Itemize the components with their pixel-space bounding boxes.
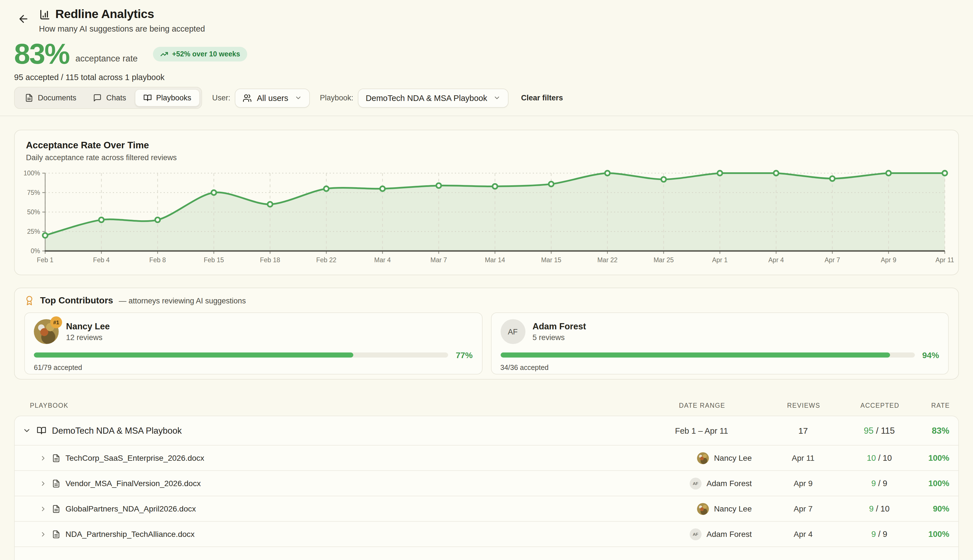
avatar: AF (500, 319, 525, 344)
document-filename: GlobalPartners_NDA_April2026.docx (65, 504, 196, 513)
svg-text:Feb 15: Feb 15 (204, 256, 224, 263)
chart-title: Acceptance Rate Over Time (26, 140, 947, 150)
svg-text:Apr 4: Apr 4 (768, 256, 784, 263)
document-accepted: 10 / 10 (840, 453, 919, 462)
contributor-accepted: 34/36 accepted (500, 364, 939, 372)
chevron-right-icon[interactable] (40, 480, 47, 487)
playbook-table-section: PLAYBOOK DATE RANGE REVIEWS ACCEPTED RAT… (14, 402, 959, 560)
svg-text:0%: 0% (31, 247, 40, 255)
review-date: Apr 11 (766, 453, 840, 462)
top-contributors-card: Top Contributors — attorneys reviewing A… (14, 288, 959, 380)
reviewer-name: Adam Forest (707, 530, 752, 538)
back-button[interactable] (17, 13, 29, 27)
acceptance-progress-bar (34, 352, 448, 358)
svg-text:Mar 25: Mar 25 (654, 256, 674, 263)
reviewer-name: Nancy Lee (714, 453, 752, 462)
playbook-group-row[interactable]: DemoTech NDA & MSA Playbook Feb 1 – Apr … (15, 416, 958, 445)
avatar (697, 452, 709, 464)
acceptance-rate-value: 83% (14, 40, 69, 68)
document-row[interactable]: TechCorp_SaaS_Enterprise_2026.docx Nancy… (15, 445, 958, 470)
clear-filters-button[interactable]: Clear filters (521, 93, 563, 102)
svg-text:Mar 15: Mar 15 (541, 256, 561, 263)
svg-text:50%: 50% (27, 208, 40, 216)
document-accepted: 9 / 9 (840, 479, 919, 488)
review-date: Apr 9 (766, 479, 840, 488)
document-row[interactable]: NDA_Partnership_TechAlliance.docx AF Ada… (15, 521, 958, 547)
playbook-reviews: 17 (766, 426, 840, 435)
document-filename: Vendor_MSA_FinalVersion_2026.docx (65, 479, 201, 488)
document-row[interactable]: Vendor_MSA_FinalVersion_2026.docx AF Ada… (15, 470, 958, 496)
acceptance-stats: 83% acceptance rate +52% over 10 weeks 9… (0, 40, 973, 82)
user-filter-label: User: (212, 93, 231, 102)
contributor-card-adam-forest: AF Adam Forest 5 reviews 94% 34/36 accep… (491, 312, 949, 375)
svg-text:Feb 8: Feb 8 (149, 256, 166, 263)
avatar: #1 (34, 319, 59, 344)
file-text-icon (52, 479, 60, 488)
contributor-percent: 77% (456, 350, 473, 360)
review-date: Apr 7 (766, 504, 840, 513)
svg-text:Mar 4: Mar 4 (374, 256, 391, 263)
contributor-name: Adam Forest (533, 322, 586, 332)
acceptance-summary: 95 accepted / 115 total across 1 playboo… (14, 73, 973, 82)
contributor-accepted: 61/79 accepted (34, 364, 473, 372)
chevron-right-icon[interactable] (40, 454, 47, 462)
rank-badge: #1 (50, 317, 62, 328)
svg-text:Mar 7: Mar 7 (430, 256, 447, 263)
svg-text:Feb 1: Feb 1 (37, 256, 53, 263)
message-square-icon (94, 93, 102, 102)
avatar (697, 503, 709, 515)
svg-text:75%: 75% (27, 189, 40, 196)
acceptance-rate-chart-card: Acceptance Rate Over Time Daily acceptan… (14, 130, 959, 275)
column-header-rate: RATE (920, 402, 959, 409)
tab-chats[interactable]: Chats (85, 89, 135, 107)
document-accepted: 9 / 10 (840, 504, 919, 513)
tab-playbooks[interactable]: Playbooks (135, 89, 200, 107)
award-icon (24, 295, 34, 306)
contributor-reviews: 5 reviews (533, 333, 586, 342)
document-accepted: 9 / 9 (840, 530, 919, 538)
book-open-icon (143, 93, 152, 102)
chart-column-icon (39, 9, 50, 20)
tab-chats-label: Chats (106, 93, 126, 102)
svg-text:Feb 22: Feb 22 (316, 256, 336, 263)
playbook-rate: 83% (919, 425, 958, 436)
contributor-card-nancy-lee: #1 Nancy Lee 12 reviews 77% 61/79 accept… (24, 312, 482, 375)
svg-text:Apr 1: Apr 1 (712, 256, 728, 263)
playbook-date-range: Feb 1 – Apr 11 (637, 426, 766, 435)
playbook-filter-value: DemoTech NDA & MSA Playbook (366, 93, 487, 102)
contributors-title: Top Contributors (40, 295, 113, 306)
playbook-filter-dropdown[interactable]: DemoTech NDA & MSA Playbook (358, 88, 508, 107)
contributor-reviews: 12 reviews (66, 333, 110, 342)
acceptance-rate-chart: 0%25%50%75%100%Feb 1Feb 4Feb 8Feb 15Feb … (26, 167, 947, 269)
reviewer-name: Adam Forest (707, 479, 752, 488)
page-header: Redline Analytics How many AI suggestion… (0, 0, 973, 33)
svg-text:Apr 7: Apr 7 (824, 256, 840, 263)
arrow-left-icon (17, 13, 29, 25)
table-header-row: PLAYBOOK DATE RANGE REVIEWS ACCEPTED RAT… (14, 402, 959, 416)
chevron-right-icon[interactable] (40, 505, 47, 512)
user-filter-dropdown[interactable]: All users (235, 88, 309, 107)
tab-playbooks-label: Playbooks (156, 93, 191, 102)
chevron-down-icon[interactable] (23, 426, 31, 435)
trend-badge: +52% over 10 weeks (153, 47, 247, 61)
column-header-accepted: ACCEPTED (840, 402, 920, 409)
chart-subtitle: Daily acceptance rate across filtered re… (26, 153, 947, 162)
tab-documents[interactable]: Documents (17, 89, 85, 107)
filter-bar: Documents Chats Playbooks User: All user… (14, 87, 973, 109)
chevron-right-icon[interactable] (40, 530, 47, 538)
avatar: AF (690, 477, 702, 489)
book-open-icon (37, 426, 46, 435)
document-row[interactable]: GlobalPartners_NDA_April2026.docx Nancy … (15, 496, 958, 521)
chevron-down-icon (493, 94, 501, 102)
tab-documents-label: Documents (38, 93, 77, 102)
playbook-table: DemoTech NDA & MSA Playbook Feb 1 – Apr … (14, 416, 959, 560)
table-row-partial (15, 547, 958, 560)
redline-analytics-page: Redline Analytics How many AI suggestion… (0, 0, 973, 560)
document-filename: TechCorp_SaaS_Enterprise_2026.docx (65, 453, 204, 462)
document-rate: 100% (919, 479, 958, 488)
chevron-down-icon (294, 94, 302, 102)
svg-text:Apr 11: Apr 11 (935, 256, 954, 263)
document-rate: 100% (919, 453, 958, 462)
file-text-icon (52, 454, 60, 462)
acceptance-progress-bar (500, 352, 915, 358)
